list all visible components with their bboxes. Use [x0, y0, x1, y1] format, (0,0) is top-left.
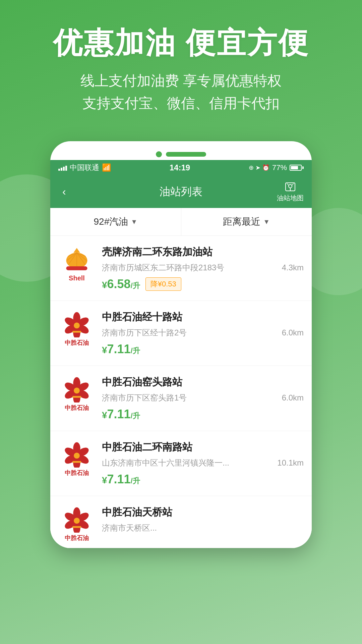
nav-title: 油站列表: [160, 184, 202, 199]
station-item-2[interactable]: 中胜石油 中胜石油经十路站 济南市历下区经十路2号 6.0km ¥7.11/升: [50, 301, 312, 366]
svg-point-26: [74, 388, 80, 394]
battery-icon: [290, 165, 304, 171]
station-5-info: 中胜石油天桥站 济南市天桥区...: [102, 505, 304, 537]
station-2-price-row: ¥7.11/升: [102, 342, 304, 356]
svg-point-34: [74, 453, 80, 459]
zhongsheng-svg-1: [62, 311, 92, 337]
svg-rect-35: [72, 461, 81, 463]
hero-section: 优惠加油 便宜方便 线上支付加油费 享专属优惠特权 支持支付宝、微信、信用卡代扣: [0, 0, 362, 128]
zhongsheng-label-4: 中胜石油: [65, 534, 89, 542]
svg-rect-27: [72, 396, 81, 398]
fuel-type-filter[interactable]: 92#汽油 ▼: [50, 208, 181, 235]
svg-rect-19: [72, 331, 81, 333]
price-currency-4: ¥: [102, 475, 107, 485]
station-4-price-row: ¥7.11/升: [102, 472, 304, 486]
map-label: 油站地图: [277, 194, 304, 203]
status-right: ⊕ ➤ ⏰ 77%: [249, 163, 304, 172]
price-unit: /升: [131, 281, 140, 290]
signal-bars: [58, 165, 67, 171]
price-unit-2: /升: [131, 346, 140, 355]
status-time: 14:19: [170, 163, 190, 172]
svg-point-42: [74, 518, 80, 524]
station-1-price: ¥6.58/升: [102, 277, 140, 291]
phone-top: [50, 148, 312, 160]
map-icon: [284, 181, 296, 193]
signal-bar-2: [61, 168, 62, 171]
station-1-distance: 4.3km: [282, 263, 304, 272]
wifi-icon: 📶: [102, 163, 111, 172]
battery-percent: 77%: [272, 163, 287, 172]
zhongsheng-label-3: 中胜石油: [65, 469, 89, 477]
phone-frame: 中国联通 📶 14:19 ⊕ ➤ ⏰ 77% ‹ 油站列表: [50, 141, 312, 548]
station-logo-shell: Shell: [58, 245, 95, 282]
signal-bar-4: [65, 166, 67, 171]
price-unit-3: /升: [131, 412, 140, 420]
svg-point-18: [74, 323, 80, 329]
phone-mockup: 中国联通 📶 14:19 ⊕ ➤ ⏰ 77% ‹ 油站列表: [0, 141, 362, 548]
signal-bar-1: [58, 169, 60, 171]
station-item-4[interactable]: 中胜石油 中胜石油二环南路站 山东济南市中区十六里河镇兴隆一... 10.1km…: [50, 431, 312, 496]
carrier-label: 中国联通: [70, 163, 99, 173]
svg-rect-43: [72, 526, 81, 528]
phone-camera: [156, 151, 162, 157]
hero-title: 优惠加油 便宜方便: [20, 27, 342, 59]
station-logo-zhongsheng-1: 中胜石油: [58, 310, 95, 347]
station-3-price-row: ¥7.11/升: [102, 407, 304, 421]
station-3-info: 中胜石油窑头路站 济南市历下区窑头路1号 6.0km ¥7.11/升: [102, 375, 304, 421]
back-button[interactable]: ‹: [58, 184, 70, 199]
price-currency: ¥: [102, 280, 107, 290]
station-item-3[interactable]: 中胜石油 中胜石油窑头路站 济南市历下区窑头路1号 6.0km ¥7.11/升: [50, 366, 312, 431]
zhongsheng-svg-3: [62, 441, 92, 468]
signal-bar-3: [63, 167, 65, 171]
station-1-name: 壳牌济南二环东路加油站: [102, 245, 304, 259]
station-item-1[interactable]: Shell 壳牌济南二环东路加油站 济南市历城区东二环路中段2183号 4.3k…: [50, 236, 312, 301]
station-3-address: 济南市历下区窑头路1号: [102, 392, 278, 403]
station-5-address-row: 济南市天桥区...: [102, 523, 304, 533]
sort-filter[interactable]: 距离最近 ▼: [181, 208, 312, 235]
station-3-distance: 6.0km: [282, 393, 304, 402]
zhongsheng-svg-4: [62, 506, 92, 533]
station-item-5[interactable]: 中胜石油 中胜石油天桥站 济南市天桥区...: [50, 496, 312, 548]
station-4-price: ¥7.11/升: [102, 472, 140, 486]
sort-dropdown-arrow: ▼: [263, 218, 270, 226]
svg-rect-11: [66, 266, 87, 270]
zhongsheng-svg-2: [62, 376, 92, 402]
map-button[interactable]: 油站地图: [277, 181, 304, 203]
phone-speaker: [166, 152, 206, 157]
station-4-name: 中胜石油二环南路站: [102, 440, 304, 454]
svg-marker-10: [73, 248, 80, 253]
station-1-info: 壳牌济南二环东路加油站 济南市历城区东二环路中段2183号 4.3km ¥6.5…: [102, 245, 304, 291]
hero-subtitle: 线上支付加油费 享专属优惠特权 支持支付宝、微信、信用卡代扣: [20, 69, 342, 114]
station-3-price: ¥7.11/升: [102, 407, 140, 421]
zhongsheng-label-1: 中胜石油: [65, 339, 89, 347]
station-4-address-row: 山东济南市中区十六里河镇兴隆一... 10.1km: [102, 458, 304, 468]
hero-subtitle-line1: 线上支付加油费 享专属优惠特权: [20, 69, 342, 92]
station-2-name: 中胜石油经十路站: [102, 310, 304, 324]
station-list: Shell 壳牌济南二环东路加油站 济南市历城区东二环路中段2183号 4.3k…: [50, 236, 312, 548]
station-logo-zhongsheng-2: 中胜石油: [58, 375, 95, 412]
discount-badge: 降¥0.53: [145, 277, 181, 291]
price-currency-2: ¥: [102, 345, 107, 355]
station-3-name: 中胜石油窑头路站: [102, 375, 304, 389]
battery-fill: [291, 166, 298, 169]
station-5-address: 济南市天桥区...: [102, 523, 304, 533]
price-main-4: 7.11: [107, 472, 131, 486]
fuel-type-label: 92#汽油: [94, 215, 128, 228]
station-5-name: 中胜石油天桥站: [102, 505, 304, 519]
station-2-info: 中胜石油经十路站 济南市历下区经十路2号 6.0km ¥7.11/升: [102, 310, 304, 356]
station-2-address-row: 济南市历下区经十路2号 6.0km: [102, 327, 304, 338]
station-4-distance: 10.1km: [277, 458, 304, 468]
sort-label: 距离最近: [223, 215, 260, 228]
station-2-address: 济南市历下区经十路2号: [102, 327, 278, 338]
station-4-address: 山东济南市中区十六里河镇兴隆一...: [102, 458, 273, 468]
station-4-info: 中胜石油二环南路站 山东济南市中区十六里河镇兴隆一... 10.1km ¥7.1…: [102, 440, 304, 486]
station-2-distance: 6.0km: [282, 328, 304, 337]
svg-point-1: [289, 184, 292, 188]
price-unit-4: /升: [131, 477, 140, 485]
station-3-address-row: 济南市历下区窑头路1号 6.0km: [102, 392, 304, 403]
price-currency-3: ¥: [102, 410, 107, 420]
price-main-2: 7.11: [107, 342, 131, 356]
status-bar: 中国联通 📶 14:19 ⊕ ➤ ⏰ 77%: [50, 160, 312, 175]
station-1-address-row: 济南市历城区东二环路中段2183号 4.3km: [102, 262, 304, 273]
station-1-address: 济南市历城区东二环路中段2183号: [102, 262, 278, 273]
